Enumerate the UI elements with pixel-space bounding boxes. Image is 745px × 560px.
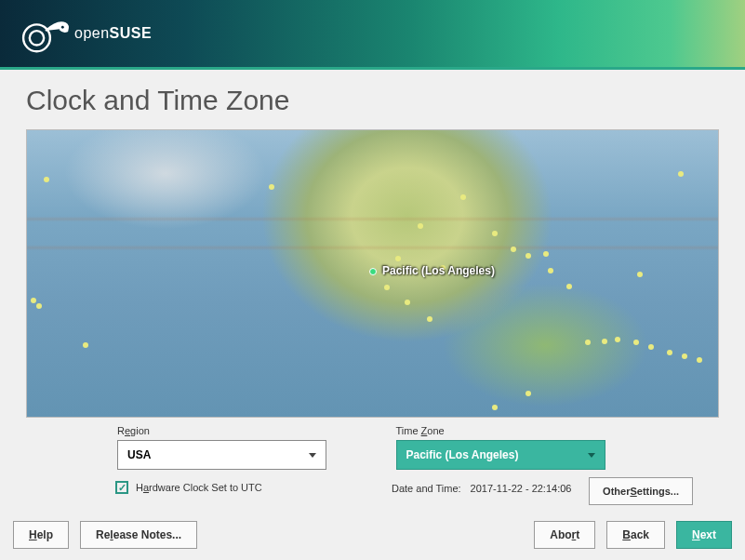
city-dot[interactable] xyxy=(418,223,423,229)
other-settings-button[interactable]: Other Settings... xyxy=(589,477,693,505)
svg-point-2 xyxy=(61,26,64,29)
city-dot[interactable] xyxy=(405,300,410,305)
city-dot[interactable] xyxy=(602,339,607,344)
back-button[interactable]: Back xyxy=(606,521,665,549)
svg-point-1 xyxy=(30,31,44,45)
help-button[interactable]: Help xyxy=(13,521,69,549)
selected-city-label: Pacific (Los Angeles) xyxy=(382,264,495,277)
hwclock-label: Hardware Clock Set to UTC xyxy=(136,482,262,493)
city-dot[interactable] xyxy=(269,184,274,190)
brand-logo: openSUSE xyxy=(20,11,152,56)
chevron-down-icon xyxy=(588,453,595,458)
timezone-select-value: Pacific (Los Angeles) xyxy=(406,448,519,461)
checkbox-icon xyxy=(115,481,128,494)
footer-right: Abort Back Next xyxy=(534,521,732,549)
timezone-map[interactable]: Pacific (Los Angeles) xyxy=(26,129,719,418)
city-dot[interactable] xyxy=(427,316,432,322)
timezone-control: Time Zone Pacific (Los Angeles) xyxy=(396,425,629,470)
city-dot[interactable] xyxy=(492,231,498,236)
city-dot[interactable] xyxy=(566,284,572,289)
other-settings-wrap: Other Settings... xyxy=(589,477,693,505)
city-dot[interactable] xyxy=(633,340,639,345)
datetime-label: Date and Time: xyxy=(392,483,461,494)
chameleon-icon xyxy=(20,11,74,56)
city-dot[interactable] xyxy=(525,253,531,259)
city-dot[interactable] xyxy=(637,272,643,277)
city-dot[interactable] xyxy=(678,171,684,177)
region-control: Region USA xyxy=(117,425,350,470)
city-dot[interactable] xyxy=(525,391,531,396)
controls-row: Region USA Time Zone Pacific (Los Angele… xyxy=(26,418,719,470)
timezone-label: Time Zone xyxy=(396,425,629,436)
hwclock-checkbox[interactable]: Hardware Clock Set to UTC xyxy=(115,481,262,494)
city-dot[interactable] xyxy=(31,298,36,303)
brand-text: openSUSE xyxy=(74,25,152,42)
content: Clock and Time Zone Pacific (Los xyxy=(0,70,745,505)
city-dot[interactable] xyxy=(543,251,549,257)
header: openSUSE xyxy=(0,0,745,70)
city-dot[interactable] xyxy=(682,353,687,359)
city-dot[interactable] xyxy=(585,340,591,345)
region-select[interactable]: USA xyxy=(117,440,326,470)
region-label: Region xyxy=(117,425,350,436)
city-dot[interactable] xyxy=(648,344,654,350)
city-dot[interactable] xyxy=(44,177,49,182)
city-dot[interactable] xyxy=(83,342,88,348)
datetime-value: 2017-11-22 - 22:14:06 xyxy=(471,483,572,494)
city-dot[interactable] xyxy=(460,194,466,200)
city-dot[interactable] xyxy=(511,247,516,252)
datetime-display: Date and Time: 2017-11-22 - 22:14:06 xyxy=(392,483,571,494)
city-dot[interactable] xyxy=(492,405,498,410)
region-select-value: USA xyxy=(127,448,151,461)
page-title: Clock and Time Zone xyxy=(26,85,719,116)
abort-button[interactable]: Abort xyxy=(534,521,595,549)
chevron-down-icon xyxy=(309,453,316,458)
footer: Help Release Notes... Abort Back Next xyxy=(0,521,745,549)
city-dot[interactable] xyxy=(36,303,42,309)
city-dot[interactable] xyxy=(548,268,553,273)
svg-point-0 xyxy=(23,24,50,51)
next-button[interactable]: Next xyxy=(676,521,732,549)
selected-city-dot xyxy=(369,268,377,275)
footer-left: Help Release Notes... xyxy=(13,521,197,549)
timezone-select[interactable]: Pacific (Los Angeles) xyxy=(396,440,605,470)
city-dot[interactable] xyxy=(615,337,620,342)
secondary-row: Hardware Clock Set to UTC Date and Time:… xyxy=(26,473,719,505)
city-dot[interactable] xyxy=(395,256,401,261)
city-dot[interactable] xyxy=(667,350,672,355)
city-dot[interactable] xyxy=(384,285,390,290)
release-notes-button[interactable]: Release Notes... xyxy=(80,521,197,549)
city-dot[interactable] xyxy=(697,357,702,363)
